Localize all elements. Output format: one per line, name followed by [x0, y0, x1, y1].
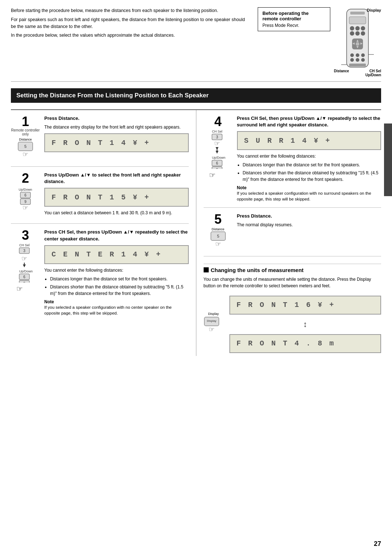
step-5-remote-icon: Distance 5 ☞ [210, 227, 226, 251]
svg-text:5: 5 [24, 144, 26, 149]
changing-units-title: Changing the units of measurement [204, 267, 381, 273]
units-displays: F R O N T 1 6 ¥ + ↕ F R O N T 4 . 8 m [229, 293, 381, 356]
step5-distance-btn-svg: 5 ☞ [210, 231, 226, 250]
svg-text:☞: ☞ [21, 255, 27, 262]
display-label: Display [367, 8, 381, 12]
svg-text:Up/Down: Up/Down [212, 156, 225, 159]
units-lcd-1: F R O N T 1 6 ¥ + [229, 296, 381, 315]
svg-text:3: 3 [23, 249, 25, 253]
step-1-content: Press Distance. The distance entry displ… [44, 115, 189, 161]
step-3-bullets: Distances longer than the distance set f… [44, 276, 189, 297]
step-2-number-col: 2 Up/Down 6 9 ☞ [11, 172, 40, 218]
step3-remote-svg: CH Sel 3 ☞ Up/Down 6 9 [16, 243, 34, 283]
display-btn-svg: Display ☞ [204, 316, 220, 335]
svg-text:3: 3 [216, 135, 218, 139]
main-title: Setting the Distance From the Listening … [11, 88, 381, 103]
svg-text:Up/Down: Up/Down [19, 188, 32, 191]
step4-hand: ☞ [209, 171, 227, 179]
distance-button-svg: 5 ☞ [17, 141, 33, 160]
step-3: 3 CH Sel 3 ☞ Up/Down 6 9 [11, 224, 189, 321]
step-1-lcd: F R O N T 1 4 ¥ + [44, 133, 189, 152]
svg-point-6 [350, 31, 354, 36]
svg-marker-38 [23, 264, 26, 267]
changing-units-body: You can change the units of measurement … [204, 276, 381, 289]
units-display-row: Display Display ☞ F R O N T 1 6 ¥ + ↕ F … [204, 293, 381, 356]
svg-text:Display: Display [207, 319, 216, 323]
step-3-number: 3 [22, 229, 29, 242]
step-3-bullet-1: Distances longer than the distance set f… [50, 276, 189, 282]
svg-point-17 [361, 53, 365, 57]
step-4-bullets: Distances longer than the distance set f… [237, 162, 381, 183]
step-3-note: Note If you selected a speaker configura… [44, 299, 189, 316]
remote-diagram: Display [334, 7, 381, 77]
distance-label: Distance [334, 69, 349, 77]
svg-text:CH Sel: CH Sel [212, 130, 222, 133]
step-4-number: 4 [214, 115, 221, 128]
step-5-number-col: 5 Distance 5 ☞ [204, 213, 233, 251]
step-1-number: 1 [22, 115, 29, 128]
top-right-area: Before operating the remote controller P… [258, 7, 381, 77]
chsel-updown-label: CH SelUp/Down [366, 69, 381, 77]
steps-container: 1 Remote controller only Distance 5 ☞ Pr… [11, 109, 381, 356]
arrow-between-displays: ↕ [229, 320, 381, 329]
step-4-heading: Press CH Sel, then press Up/Down ▲/▼ rep… [237, 115, 381, 128]
intro-p2: For pair speakers such as front left and… [11, 16, 250, 30]
step-5-heading: Press Distance. [237, 213, 381, 219]
step-4-remote-icon: CH Sel 3 ☞ Up/Down 6 9 ☞ [209, 129, 227, 179]
svg-point-20 [361, 58, 365, 62]
svg-point-16 [356, 53, 359, 57]
before-operating-sub: Press Mode Recvr. [262, 23, 326, 28]
units-lcd-2: F R O N T 4 . 8 m [229, 334, 381, 353]
step-3-body1: You cannot enter the following distances… [44, 267, 189, 274]
step-1: 1 Remote controller only Distance 5 ☞ Pr… [11, 110, 189, 167]
remote-svg [341, 7, 374, 73]
steps-left: 1 Remote controller only Distance 5 ☞ Pr… [11, 110, 196, 356]
step-4-number-col: 4 CH Sel 3 ☞ Up/Down 6 9 [204, 115, 233, 202]
step-5: 5 Distance 5 ☞ Press Distance. The norma… [204, 208, 381, 256]
step-2-body: You can select a distance between 1 ft. … [44, 210, 189, 216]
step-3-lcd: C E N T E R 1 4 ¥ + [44, 245, 189, 264]
svg-point-3 [350, 26, 354, 31]
svg-text:☞: ☞ [214, 140, 220, 147]
svg-marker-50 [216, 151, 219, 154]
before-operating-box: Before operating the remote controller P… [258, 7, 330, 31]
step-4-bullet-1: Distances longer than the distance set f… [243, 162, 381, 168]
step-1-heading: Press Distance. [44, 115, 189, 122]
svg-rect-1 [350, 12, 365, 15]
step-1-remote-icon: Distance 5 ☞ [17, 138, 33, 161]
before-operating-title: Before operating the remote controller [262, 11, 326, 21]
svg-point-14 [356, 42, 359, 46]
step-3-heading: Press CH Sel, then press Up/Down ▲/▼ rep… [44, 229, 189, 242]
step-4-content: Press CH Sel, then press Up/Down ▲/▼ rep… [237, 115, 381, 202]
svg-point-19 [356, 58, 359, 62]
changing-units-section: Changing the units of measurement You ca… [204, 264, 381, 356]
step-3-remote-icon: CH Sel 3 ☞ Up/Down 6 9 ☞ [16, 243, 34, 293]
intro-p1: Before starting the procedure below, mea… [11, 7, 250, 14]
page-number: 27 [374, 540, 381, 548]
step-4-lcd: S U R R 1 4 ¥ + [237, 131, 381, 150]
remote-labels: Distance CH SelUp/Down [334, 69, 381, 77]
step-3-content: Press CH Sel, then press Up/Down ▲/▼ rep… [44, 229, 189, 316]
svg-text:☞: ☞ [23, 204, 28, 211]
top-section: Before starting the procedure below, mea… [11, 7, 381, 82]
svg-point-15 [350, 53, 354, 57]
step-4: 4 CH Sel 3 ☞ Up/Down 6 9 [204, 110, 381, 208]
svg-text:5: 5 [217, 234, 219, 238]
step-1-sublabel: Remote controller only [11, 128, 40, 136]
svg-text:6: 6 [24, 193, 26, 197]
steps-right: 4 CH Sel 3 ☞ Up/Down 6 9 [196, 110, 381, 356]
svg-point-5 [361, 26, 365, 31]
svg-text:9: 9 [24, 200, 26, 204]
svg-text:6: 6 [216, 161, 218, 165]
svg-text:Up/Down: Up/Down [19, 270, 33, 273]
svg-point-4 [355, 26, 360, 31]
step-3-bullet-2: Distances shorter than the distance obta… [50, 284, 189, 297]
intro-p3: In the procedure below, select the value… [11, 32, 250, 39]
step-5-body: The normal display resumes. [237, 222, 381, 228]
svg-text:☞: ☞ [23, 151, 28, 158]
step-1-body: The distance entry display for the front… [44, 124, 189, 130]
step4-remote-svg: CH Sel 3 ☞ Up/Down 6 9 [209, 129, 227, 169]
step-5-number: 5 [214, 213, 221, 226]
step-2-heading: Press Up/Down ▲/▼ to select the front le… [44, 172, 189, 185]
step-2: 2 Up/Down 6 9 ☞ Press Up/Down ▲/▼ to sel… [11, 167, 189, 224]
